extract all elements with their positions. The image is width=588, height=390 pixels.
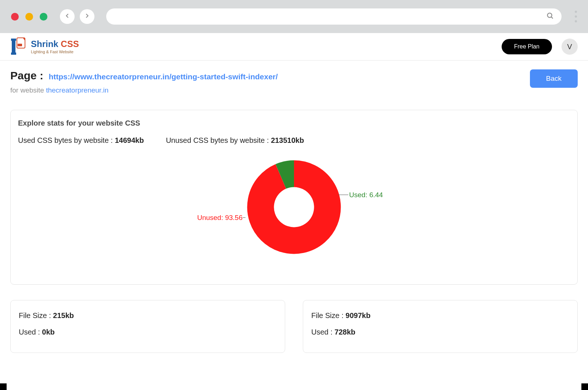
page-title-prefix: Page : xyxy=(10,69,46,82)
chart-label-used: Used: 6.44 xyxy=(349,191,383,199)
stats-card: Explore stats for your website CSS Used … xyxy=(10,110,578,285)
chart-leader-line xyxy=(243,217,245,218)
brand-logo[interactable]: Shrink CSS Lighting & Fast Website xyxy=(10,37,79,56)
page-title-row: Page : https://www.thecreatorpreneur.in/… xyxy=(0,61,588,94)
search-icon xyxy=(546,12,554,21)
url-bar[interactable] xyxy=(106,8,562,25)
arrow-left-icon xyxy=(64,12,71,21)
file-cards-row: File Size : 215kb Used : 0kb File Size :… xyxy=(10,300,578,353)
used-bytes-value: 14694kb xyxy=(115,136,144,144)
used-bytes-label: Used CSS bytes by website : xyxy=(18,136,115,144)
logo-icon xyxy=(10,37,26,56)
arrow-right-icon xyxy=(83,12,91,21)
brand-name-part1: Shrink xyxy=(31,39,61,49)
stats-card-title: Explore stats for your website CSS xyxy=(18,119,570,127)
back-nav-button[interactable] xyxy=(60,9,75,24)
svg-point-0 xyxy=(548,13,552,18)
browser-chrome xyxy=(0,0,588,33)
subtitle-prefix: for website xyxy=(10,86,46,94)
app-header: Shrink CSS Lighting & Fast Website Free … xyxy=(0,33,588,61)
avatar[interactable]: V xyxy=(562,39,578,55)
unused-bytes-value: 213510kb xyxy=(271,136,304,144)
brand-name-part2: CSS xyxy=(61,39,79,49)
chart-label-unused: Unused: 93.56 xyxy=(197,214,243,222)
file-size-label: File Size : xyxy=(19,311,53,319)
svg-rect-7 xyxy=(18,44,22,46)
file-card: File Size : 215kb Used : 0kb xyxy=(10,300,285,353)
file-size-label: File Size : xyxy=(311,311,345,319)
donut-chart: Used: 6.44 Unused: 93.56 xyxy=(18,159,570,273)
used-bytes-stat: Used CSS bytes by website : 14694kb xyxy=(18,136,144,145)
window-controls xyxy=(11,13,47,21)
close-window-button[interactable] xyxy=(11,13,19,21)
file-used-label: Used : xyxy=(19,328,42,336)
file-size-value: 215kb xyxy=(53,311,74,319)
file-used-label: Used : xyxy=(311,328,334,336)
website-link[interactable]: thecreatorpreneur.in xyxy=(46,86,108,94)
forward-nav-button[interactable] xyxy=(80,9,94,24)
svg-rect-5 xyxy=(17,38,25,48)
plan-button[interactable]: Free Plan xyxy=(502,39,552,54)
file-card: File Size : 9097kb Used : 728kb xyxy=(303,300,578,353)
frame-corner xyxy=(0,383,7,390)
frame-corner xyxy=(581,383,588,390)
page-url-link[interactable]: https://www.thecreatorpreneur.in/getting… xyxy=(49,72,277,81)
unused-bytes-stat: Unused CSS bytes by website : 213510kb xyxy=(166,136,304,145)
file-used-value: 0kb xyxy=(42,328,54,336)
svg-line-1 xyxy=(551,17,553,18)
logo-text: Shrink CSS Lighting & Fast Website xyxy=(31,39,79,54)
brand-tagline: Lighting & Fast Website xyxy=(31,50,79,54)
svg-rect-3 xyxy=(11,39,16,41)
donut-svg-wrap xyxy=(246,159,342,255)
maximize-window-button[interactable] xyxy=(40,13,47,21)
file-size-value: 9097kb xyxy=(345,311,370,319)
svg-rect-2 xyxy=(12,39,15,54)
browser-menu-button[interactable] xyxy=(575,11,577,22)
minimize-window-button[interactable] xyxy=(25,13,33,21)
unused-bytes-label: Unused CSS bytes by website : xyxy=(166,136,271,144)
file-used-value: 728kb xyxy=(334,328,355,336)
back-button[interactable]: Back xyxy=(530,69,578,88)
chart-leader-line xyxy=(338,195,348,195)
svg-rect-4 xyxy=(11,53,16,55)
